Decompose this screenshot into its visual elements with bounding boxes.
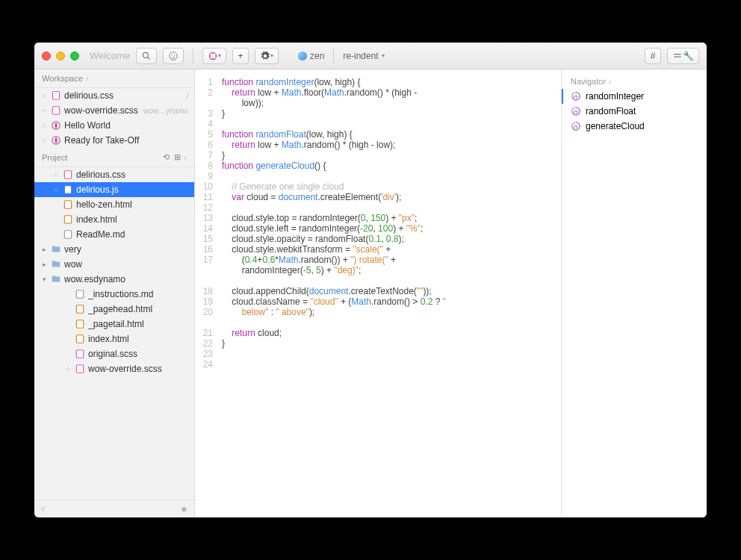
file-name: _instructions.md	[88, 289, 188, 299]
file-name: ReadMe.md	[76, 229, 188, 240]
file-name: original.scss	[88, 349, 188, 359]
star-icon[interactable]: ☆	[40, 92, 48, 99]
star-icon[interactable]: ☆	[64, 365, 72, 373]
html-icon	[75, 319, 85, 329]
compass-dropdown[interactable]	[202, 48, 226, 64]
disclosure-icon[interactable]: ▾	[40, 276, 48, 283]
gear-dropdown[interactable]	[255, 48, 279, 64]
css-icon	[51, 90, 61, 101]
md-icon	[75, 289, 85, 299]
pin-icon[interactable]: ★	[180, 504, 188, 514]
code-editor[interactable]: 123456789101112131415161718192021222324 …	[195, 69, 561, 517]
file-name: wow.esdynamo	[64, 274, 188, 284]
minimize-window-button[interactable]	[56, 52, 65, 60]
file-name: wow	[64, 259, 188, 270]
folder-item[interactable]: ▾wow.esdynamo	[34, 272, 194, 287]
file-item[interactable]: hello-zen.html	[34, 197, 194, 212]
star-icon[interactable]: ☆	[40, 122, 48, 129]
svg-rect-17	[64, 216, 71, 224]
navigator-item[interactable]: randomInteger	[562, 89, 707, 104]
file-name: hello-zen.html	[76, 199, 188, 210]
branch-icon[interactable]: ⑂	[40, 504, 46, 514]
svg-rect-16	[64, 201, 71, 209]
workspace-item[interactable]: ☆Hello World	[34, 118, 194, 133]
star-icon[interactable]: ☆	[40, 137, 48, 144]
file-name: wow-override.scss	[88, 364, 188, 374]
function-icon	[571, 121, 581, 131]
navigator-item-label: randomInteger	[586, 91, 644, 102]
svg-rect-9	[52, 107, 59, 115]
workspace-section-header[interactable]: Workspace	[34, 69, 194, 88]
navigator-header[interactable]: Navigator	[562, 74, 707, 89]
scss-icon	[51, 105, 61, 116]
svg-marker-11	[55, 123, 57, 128]
function-icon	[571, 91, 581, 102]
scss-icon	[75, 364, 85, 374]
main-area: Workspace ☆delirious.css/☆wow-override.s…	[34, 69, 707, 517]
workspace-item[interactable]: ☆Ready for Take-Off	[34, 133, 194, 148]
html-icon	[63, 199, 73, 210]
code-content[interactable]: function randomInteger(low, high) { retu…	[219, 69, 446, 517]
file-item[interactable]: _pagehead.html	[34, 302, 194, 317]
file-item[interactable]: ☆delirious.js	[34, 182, 194, 197]
disclosure-icon[interactable]: ▸	[40, 261, 48, 268]
navigator-item-label: randomFloat	[586, 106, 636, 116]
settings-button[interactable]: 🔧	[667, 48, 699, 64]
search-button[interactable]	[136, 48, 157, 64]
folder-item[interactable]: ▸very	[34, 242, 194, 257]
folder-item[interactable]: ▸wow	[34, 257, 194, 272]
hash-button[interactable]: #	[645, 48, 661, 64]
zoom-window-button[interactable]	[70, 52, 79, 60]
file-name: _pagetail.html	[88, 319, 188, 329]
disclosure-icon[interactable]: ▸	[40, 246, 48, 253]
svg-rect-22	[76, 335, 83, 343]
svg-rect-15	[64, 186, 71, 194]
add-button[interactable]: +	[232, 48, 249, 64]
folder-icon	[51, 244, 61, 255]
zen-indicator[interactable]: zen	[298, 51, 324, 61]
file-item[interactable]: _instructions.md	[34, 287, 194, 302]
svg-point-2	[170, 52, 178, 60]
svg-rect-24	[76, 365, 83, 373]
file-name: Hello World	[64, 120, 185, 131]
reindent-dropdown[interactable]: re-indent	[343, 51, 384, 61]
smile-button[interactable]	[163, 48, 184, 64]
js-icon	[63, 184, 73, 195]
md-icon	[63, 229, 73, 240]
close-window-button[interactable]	[42, 52, 51, 60]
file-item[interactable]: original.scss	[34, 346, 194, 361]
file-name: index.html	[88, 334, 188, 344]
file-item[interactable]: ReadMe.md	[34, 227, 194, 242]
sidebar: Workspace ☆delirious.css/☆wow-override.s…	[34, 69, 195, 517]
app-window: Welcome + zen re-indent # 🔧 Workspace ☆d…	[34, 43, 707, 517]
svg-rect-19	[76, 290, 83, 299]
svg-point-0	[143, 52, 148, 57]
html-icon	[63, 214, 73, 225]
sidebar-footer: ⑂ ★	[34, 500, 194, 517]
window-title: Welcome	[90, 50, 130, 61]
navigator-item[interactable]: randomFloat	[562, 104, 707, 119]
svg-rect-23	[76, 350, 83, 358]
file-item[interactable]: index.html	[34, 332, 194, 346]
project-section-header[interactable]: Project ⟲ ⊞	[34, 148, 194, 167]
html-icon	[75, 334, 85, 344]
file-name: _pagehead.html	[88, 304, 188, 314]
line-gutter: 123456789101112131415161718192021222324	[195, 69, 219, 517]
star-icon[interactable]: ☆	[52, 171, 60, 178]
navigator-panel: Navigator randomIntegerrandomFloatgenera…	[561, 69, 707, 517]
file-item[interactable]: index.html	[34, 212, 194, 227]
refresh-icon[interactable]: ⟲	[163, 152, 170, 162]
scan-icon[interactable]: ⊞	[174, 152, 181, 162]
svg-rect-18	[64, 231, 71, 239]
star-icon[interactable]: ☆	[40, 107, 48, 114]
file-name: very	[64, 244, 188, 255]
workspace-item[interactable]: ☆delirious.css/	[34, 88, 194, 103]
file-item[interactable]: ☆delirious.css	[34, 167, 194, 182]
file-item[interactable]: _pagetail.html	[34, 317, 194, 332]
star-icon[interactable]: ☆	[52, 186, 60, 193]
navigator-item[interactable]: generateCloud	[562, 119, 707, 134]
workspace-item[interactable]: ☆wow-override.scsswow…ynamo	[34, 103, 194, 118]
function-icon	[571, 106, 581, 116]
navigator-item-label: generateCloud	[586, 121, 645, 131]
file-item[interactable]: ☆wow-override.scss	[34, 361, 194, 376]
